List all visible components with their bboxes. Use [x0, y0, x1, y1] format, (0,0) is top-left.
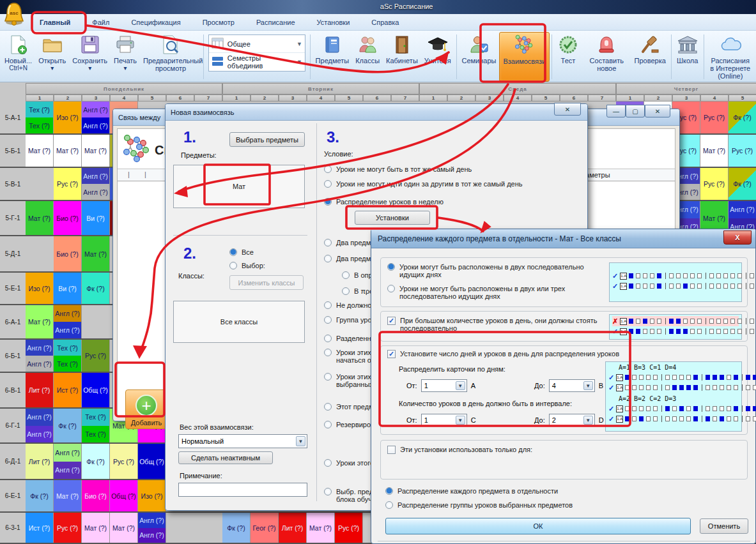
- menu-item-Расписание[interactable]: Расписание: [247, 17, 304, 28]
- condition-option[interactable]: Уроки не могут идти один за другим в тот…: [324, 180, 535, 188]
- timetable-cell[interactable]: Био (?): [82, 480, 110, 511]
- days-from-combobox[interactable]: 1 ▼: [421, 379, 467, 392]
- menu-item-Файл[interactable]: Файл: [83, 17, 118, 28]
- classes-choice-radio[interactable]: Выбор:: [229, 262, 265, 269]
- timetable-cell[interactable]: Рус (?): [110, 444, 138, 479]
- timetable-cell[interactable]: Фк (?): [82, 444, 110, 479]
- timetable-cell[interactable]: Рус (?): [54, 168, 82, 200]
- timetable-cell[interactable]: Мат (?): [82, 236, 110, 271]
- toolbar-button-Предварительный просмотр[interactable]: Предварительный просмотр: [140, 32, 201, 82]
- timetable-cell[interactable]: Био (?): [54, 236, 82, 271]
- menu-item-Спецификация[interactable]: Спецификация: [122, 17, 189, 28]
- change-classes-button[interactable]: Изменить классы: [229, 275, 304, 290]
- set-days-checkbox-row[interactable]: ✓ Установите число дней и уроков в день …: [387, 350, 643, 358]
- toolbar-button-Классы[interactable]: Классы: [352, 32, 383, 82]
- timetable-cell[interactable]: Мат (?): [700, 135, 729, 167]
- timetable-cell[interactable]: Мат (?): [307, 513, 335, 543]
- not-two-three-radio[interactable]: Уроки не могут быть расположены в двух и…: [387, 285, 598, 300]
- close-button[interactable]: X: [723, 230, 752, 245]
- timetable-cell[interactable]: Англ (?)Англ (?): [26, 340, 54, 372]
- toolbar-button-Учителя[interactable]: Учителя: [421, 32, 454, 82]
- days-to-combobox[interactable]: 4 ▼: [549, 379, 595, 392]
- add-link-button[interactable]: + Добавить: [125, 389, 167, 429]
- settings-button[interactable]: Установки: [355, 211, 430, 225]
- timetable-cell[interactable]: Фк (?): [729, 168, 756, 200]
- maximize-button[interactable]: ▢: [626, 105, 645, 117]
- toolbar-button-Взаимосвязи[interactable]: Взаимосвязи: [499, 32, 550, 82]
- note-input[interactable]: [178, 483, 307, 497]
- timetable-cell[interactable]: Англ (?)Англ (?): [82, 168, 110, 200]
- timetable-cell[interactable]: Мат (?): [54, 135, 82, 167]
- new-link-titlebar[interactable]: Новая взаимосвязь: [166, 104, 587, 121]
- timetable-cell[interactable]: Ист (?): [26, 513, 54, 543]
- weight-combobox[interactable]: Нормальный ▼: [178, 434, 307, 448]
- two-days-radio[interactable]: Уроки могут быть расположены в двух посл…: [387, 263, 598, 278]
- classes-all-radio[interactable]: Все: [229, 248, 254, 256]
- menu-item-Установки[interactable]: Установки: [308, 17, 359, 28]
- timetable-cell[interactable]: Англ (?)Англ (?): [82, 102, 110, 133]
- timetable-cell[interactable]: Англ (?)Англ (?): [138, 513, 166, 543]
- timetable-cell[interactable]: Фк (?): [222, 513, 251, 543]
- menu-item-Главный[interactable]: Главный: [31, 17, 79, 28]
- timetable-cell[interactable]: Рус (?): [82, 340, 110, 372]
- timetable-cell[interactable]: Мат (?): [54, 480, 82, 511]
- toolbar-button-Предметы[interactable]: Предметы: [312, 32, 353, 82]
- toolbar-button-Тест[interactable]: Тест: [554, 32, 582, 82]
- view-common-dropdown[interactable]: Общее▼: [209, 35, 305, 53]
- timetable-cell[interactable]: Лит (?): [26, 444, 54, 479]
- timetable-cell[interactable]: Мат (?): [82, 513, 110, 543]
- timetable-cell[interactable]: Тех (?)Тех (?): [82, 409, 110, 442]
- timetable-cell[interactable]: Тех (?)Тех (?): [26, 102, 54, 133]
- toolbar-button-Новый...[interactable]: Новый...Ctrl+N: [1, 32, 35, 82]
- make-inactive-button[interactable]: Сделать неактивным: [178, 451, 273, 464]
- timetable-cell[interactable]: Био (?): [54, 201, 82, 235]
- timetable-cell[interactable]: Мат (?): [26, 305, 54, 338]
- timetable-cell[interactable]: Изо (?): [54, 102, 82, 133]
- timetable-cell[interactable]: Рус (?): [54, 513, 82, 543]
- timetable-cell[interactable]: Англ (?)Англ (?): [54, 305, 82, 338]
- timetable-cell[interactable]: Изо (?): [26, 273, 54, 304]
- each-subject-radio[interactable]: Распределение каждого предмета в отдельн…: [385, 487, 558, 495]
- timetable-cell[interactable]: Общ (?): [82, 373, 110, 407]
- timetable-cell[interactable]: Мат (?): [26, 135, 54, 167]
- toolbar-button-Школа[interactable]: Школа: [674, 32, 702, 82]
- menu-item-Справка[interactable]: Справка: [362, 17, 408, 28]
- toolbar-button-Составить новое[interactable]: Составить новое: [582, 32, 631, 82]
- timetable-cell[interactable]: Рус (?): [700, 168, 729, 200]
- timetable-cell[interactable]: Ист (?): [54, 373, 82, 407]
- close-icon[interactable]: ✕: [554, 103, 581, 116]
- timetable-cell[interactable]: Англ (?)Англ (?): [54, 444, 82, 479]
- timetable-cell[interactable]: Фк (?): [82, 273, 110, 304]
- toolbar-button-Кабинеты[interactable]: Кабинеты: [383, 32, 421, 82]
- condition-option[interactable]: Уроки не могут быть в тот же самый день: [324, 165, 535, 173]
- menu-item-Просмотр[interactable]: Просмотр: [194, 17, 243, 28]
- lessons-to-combobox[interactable]: 2 ▼: [549, 414, 595, 427]
- toolbar-button-Проверка[interactable]: Проверка: [631, 32, 669, 82]
- lessons-from-combobox[interactable]: 1 ▼: [421, 414, 467, 427]
- timetable-cell[interactable]: Мат (?): [82, 135, 110, 167]
- close-button[interactable]: ✕: [645, 105, 670, 117]
- toolbar-button-Семинары[interactable]: Семинары: [458, 32, 499, 82]
- minimize-button[interactable]: —: [606, 105, 626, 117]
- timetable-cell[interactable]: Фк (?): [26, 480, 54, 511]
- classes-box[interactable]: Все классы: [173, 301, 305, 343]
- select-subjects-button[interactable]: Выбрать предметы: [229, 132, 305, 147]
- consecutive-checkbox-row[interactable]: ✓ При большом количестве уроков в день, …: [387, 317, 598, 332]
- timetable-cell[interactable]: Тех (?)Тех (?): [54, 340, 82, 372]
- timetable-cell[interactable]: Англ (?)Англ (?): [26, 409, 54, 442]
- only-for-checkbox-row[interactable]: Эти установки использовать только для:: [387, 446, 643, 454]
- subjects-box[interactable]: Мат: [173, 165, 305, 208]
- toolbar-button-Печать[interactable]: Печать▾: [111, 32, 140, 82]
- condition-option[interactable]: Распределение уроков в неделю: [324, 198, 535, 206]
- timetable-cell[interactable]: Мат (?): [110, 513, 138, 543]
- toolbar-button-Сохранить[interactable]: Сохранить▾: [69, 32, 111, 82]
- timetable-cell[interactable]: Рус (?): [700, 102, 729, 133]
- timetable-cell[interactable]: Общ (?): [138, 444, 166, 479]
- timetable-cell[interactable]: Лит (?): [279, 513, 307, 543]
- toolbar-button-Расписания в Интернете (Online)[interactable]: Расписания в Интернете (Online): [706, 32, 755, 82]
- distribution-titlebar[interactable]: Распределение каждого предмета в отдельн…: [371, 229, 755, 248]
- toolbar-button-Открыть[interactable]: Открыть▾: [35, 32, 69, 82]
- timetable-cell[interactable]: Рус (?): [729, 135, 756, 167]
- view-semesters-dropdown[interactable]: Семестры объединив▼: [209, 53, 305, 71]
- ok-button[interactable]: ОК: [385, 518, 691, 534]
